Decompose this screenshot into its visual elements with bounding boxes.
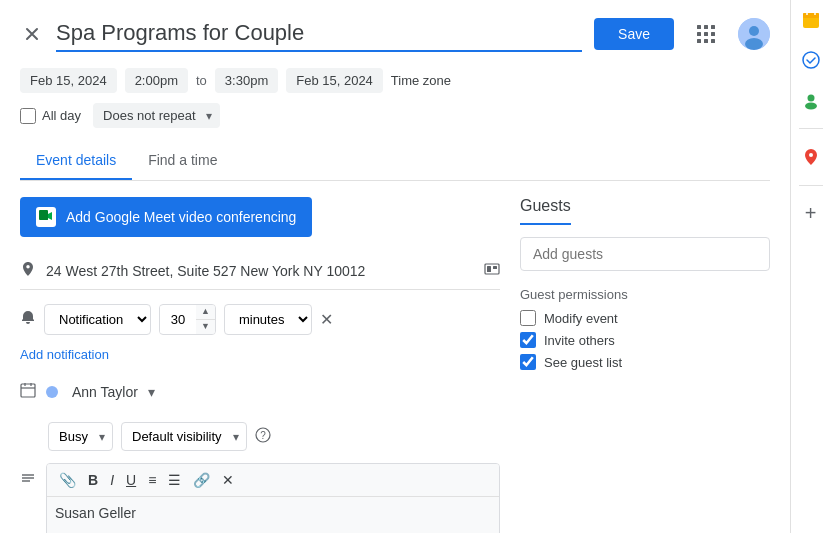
meet-icon [36,207,56,227]
notification-value-down[interactable]: ▼ [196,320,215,334]
notification-bell-icon [20,310,36,329]
svg-rect-17 [487,266,491,272]
repeat-select[interactable]: Does not repeat [93,103,220,128]
calendar-chevron-icon[interactable]: ▾ [148,384,155,400]
invite-others-checkbox[interactable] [520,332,536,348]
add-guests-input[interactable] [520,237,770,271]
svg-point-10 [749,26,759,36]
description-icon [20,471,36,491]
svg-point-32 [803,52,819,68]
remove-format-button[interactable]: ✕ [218,470,238,490]
permission-invite-others: Invite others [520,332,770,348]
link-button[interactable]: 🔗 [189,470,214,490]
guests-title: Guests [520,197,571,225]
description-content[interactable]: Susan Geller [47,497,499,533]
modify-event-checkbox[interactable] [520,310,536,326]
calendar-color-dot [46,386,58,398]
svg-point-33 [807,95,814,102]
sidebar-calendar-icon[interactable] [799,8,823,32]
svg-text:?: ? [260,430,266,441]
svg-rect-4 [704,32,708,36]
conference-rooms-icon[interactable] [484,261,500,281]
notification-value-input[interactable] [160,306,196,333]
notification-value-wrapper: ▲ ▼ [159,304,216,334]
location-icon [20,261,36,281]
description-editor: 📎 B I U ≡ ☰ 🔗 ✕ Susan Geller [46,463,500,533]
guest-permissions-title: Guest permissions [520,287,770,302]
svg-rect-0 [697,25,701,29]
svg-rect-8 [711,39,715,43]
invite-others-label: Invite others [544,333,615,348]
end-date-button[interactable]: Feb 15, 2024 [286,68,383,93]
help-icon[interactable]: ? [255,427,271,447]
add-notification-button[interactable]: Add notification [20,343,109,366]
tab-find-time[interactable]: Find a time [132,144,233,180]
svg-rect-5 [711,32,715,36]
svg-marker-14 [48,212,52,220]
start-date-button[interactable]: Feb 15, 2024 [20,68,117,93]
italic-button[interactable]: I [106,470,118,490]
notification-value-up[interactable]: ▲ [196,305,215,320]
add-meet-button[interactable]: Add Google Meet video conferencing [20,197,312,237]
tab-event-details[interactable]: Event details [20,144,132,180]
location-input[interactable] [46,263,474,279]
allday-checkbox[interactable] [20,108,36,124]
svg-rect-18 [493,266,497,269]
event-title-input[interactable] [56,16,582,52]
sidebar-people-icon[interactable] [799,88,823,112]
calendar-small-icon [20,382,36,402]
start-time-button[interactable]: 2:00pm [125,68,188,93]
svg-point-34 [805,103,817,110]
sidebar-add-button[interactable]: + [805,202,817,225]
ordered-list-button[interactable]: ≡ [144,470,160,490]
svg-rect-2 [711,25,715,29]
notification-type-select[interactable]: Notification [44,304,151,335]
svg-rect-7 [704,39,708,43]
timezone-button[interactable]: Time zone [391,73,451,88]
meet-button-label: Add Google Meet video conferencing [66,209,296,225]
remove-notification-button[interactable]: ✕ [320,310,333,329]
end-time-button[interactable]: 3:30pm [215,68,278,93]
apps-icon[interactable] [694,22,718,46]
allday-label[interactable]: All day [20,108,81,124]
svg-point-11 [745,38,763,50]
svg-rect-29 [803,13,819,18]
permission-see-guest-list: See guest list [520,354,770,370]
permission-modify-event: Modify event [520,310,770,326]
svg-rect-15 [40,211,48,220]
to-label: to [196,73,207,88]
busy-status-select[interactable]: Busy [48,422,113,451]
sidebar-tasks-icon[interactable] [799,48,823,72]
modify-event-label: Modify event [544,311,618,326]
sidebar-divider-2 [799,185,823,186]
underline-button[interactable]: U [122,470,140,490]
unordered-list-button[interactable]: ☰ [164,470,185,490]
visibility-select[interactable]: Default visibility [121,422,247,451]
calendar-name: Ann Taylor [72,384,138,400]
avatar[interactable] [738,18,770,50]
sidebar-divider [799,128,823,129]
allday-text: All day [42,108,81,123]
svg-rect-3 [697,32,701,36]
sidebar-maps-icon[interactable] [799,145,823,169]
save-button[interactable]: Save [594,18,674,50]
see-guest-list-checkbox[interactable] [520,354,536,370]
see-guest-list-label: See guest list [544,355,622,370]
svg-rect-19 [21,384,35,397]
svg-rect-1 [704,25,708,29]
notification-unit-select[interactable]: minutes [224,304,312,335]
close-button[interactable] [20,22,44,46]
bold-button[interactable]: B [84,470,102,490]
svg-rect-6 [697,39,701,43]
attach-button[interactable]: 📎 [55,470,80,490]
